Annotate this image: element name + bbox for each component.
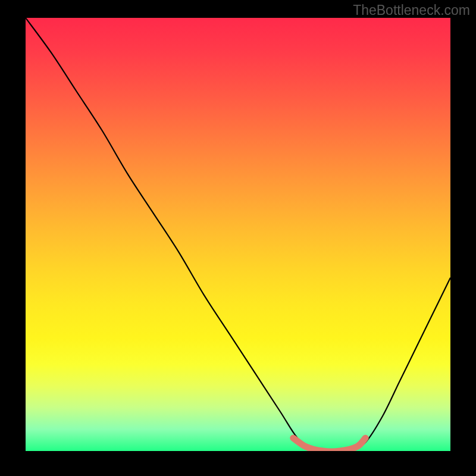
chart-plot-area [26, 18, 450, 451]
minimum-highlight-path [293, 438, 365, 451]
bottleneck-curve-path [26, 18, 450, 451]
watermark-text: TheBottleneck.com [353, 2, 470, 18]
chart-svg [26, 18, 450, 451]
